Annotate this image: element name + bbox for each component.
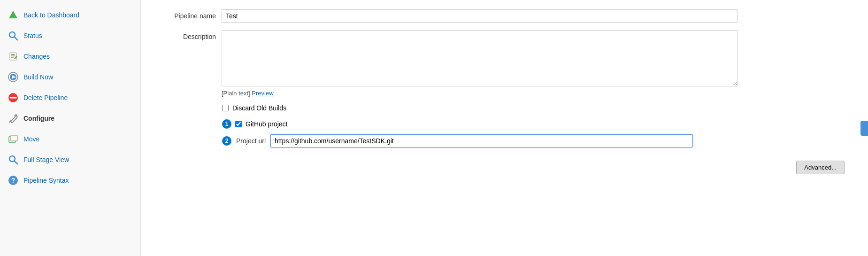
delete-pipeline-icon [8,92,19,103]
sidebar: Back to Dashboard Status Changes [0,0,141,256]
svg-line-2 [15,37,17,40]
right-indicator [860,121,868,136]
project-url-label: Project url [236,137,266,145]
sidebar-item-delete-pipeline[interactable]: Delete Pipeline [0,87,140,108]
sidebar-item-status[interactable]: Status [0,25,140,46]
sidebar-item-label: Full Stage View [23,156,69,163]
sidebar-item-label: Changes [23,53,50,60]
sidebar-item-label: Back to Dashboard [23,11,79,19]
sidebar-item-pipeline-syntax[interactable]: ? Pipeline Syntax [0,170,140,191]
svg-point-13 [15,115,17,116]
configure-wrench-icon [8,113,19,124]
project-url-row: 2 Project url [155,134,854,147]
badge-2: 2 [222,136,231,146]
sidebar-item-back-to-dashboard[interactable]: Back to Dashboard [0,5,140,25]
github-project-label: GitHub project [246,120,287,128]
svg-rect-3 [10,53,16,60]
pipeline-name-row: Pipeline name [155,9,854,23]
format-hint: [Plain text] Preview [222,90,738,97]
status-magnifier-icon [8,30,19,41]
sidebar-item-label: Build Now [23,73,53,81]
move-icon [8,133,19,145]
main-content: Pipeline name Description [Plain text] P… [141,0,868,256]
sidebar-item-label: Delete Pipeline [23,94,68,101]
svg-rect-16 [11,135,17,141]
changes-notepad-icon [8,51,19,62]
sidebar-item-move[interactable]: Move [0,129,140,149]
sidebar-item-changes[interactable]: Changes [0,46,140,67]
advanced-button[interactable]: Advanced... [796,161,845,174]
project-url-input[interactable] [270,134,693,147]
sidebar-item-label: Pipeline Syntax [23,177,69,184]
description-label: Description [155,30,216,40]
pipeline-name-control [222,9,738,23]
full-stage-view-icon [8,154,19,165]
arrow-up-icon [8,9,19,21]
description-control: [Plain text] Preview [222,30,738,97]
discard-old-builds-label: Discard Old Builds [232,104,286,112]
github-project-checkbox[interactable] [235,121,242,127]
sidebar-item-configure[interactable]: Configure [0,108,140,129]
sidebar-item-label: Configure [23,115,54,122]
preview-link[interactable]: Preview [252,90,273,97]
description-row: Description [Plain text] Preview [155,30,854,97]
build-now-icon [8,71,19,83]
pipeline-syntax-help-icon: ? [8,175,19,186]
svg-line-18 [15,161,17,164]
svg-marker-0 [9,11,17,18]
badge-1: 1 [222,119,231,129]
discard-old-builds-row: Discard Old Builds [155,104,854,112]
sidebar-item-build-now[interactable]: Build Now [0,67,140,87]
sidebar-item-full-stage-view[interactable]: Full Stage View [0,149,140,170]
description-textarea[interactable] [222,30,738,86]
sidebar-item-label: Move [23,135,39,143]
svg-text:?: ? [11,177,15,184]
github-project-row: 1 GitHub project [155,119,854,129]
pipeline-name-input[interactable] [222,9,738,23]
discard-old-builds-checkbox[interactable] [222,105,229,111]
sidebar-item-label: Status [23,32,42,39]
pipeline-name-label: Pipeline name [155,9,216,20]
